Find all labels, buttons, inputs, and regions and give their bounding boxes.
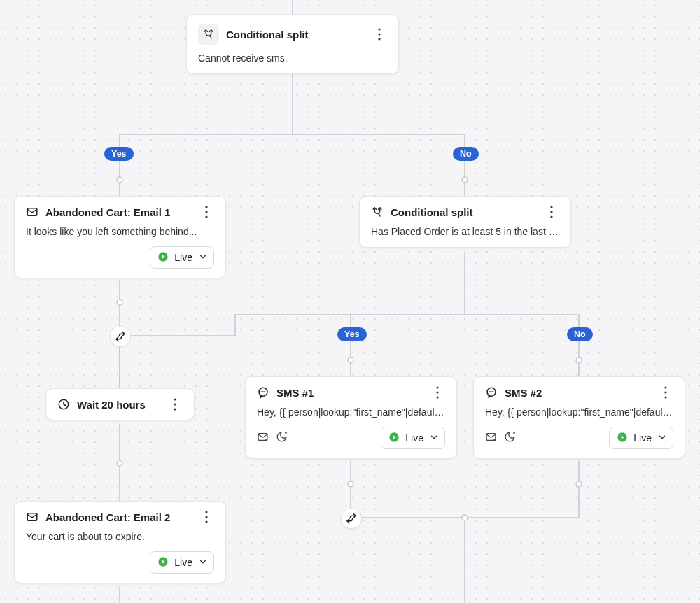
node-menu-button[interactable] <box>658 385 673 400</box>
sms-icon <box>485 386 498 399</box>
split-icon <box>198 24 219 45</box>
node-description: Your cart is about to expire. <box>26 530 214 543</box>
svg-point-38 <box>550 206 552 208</box>
status-label: Live <box>174 252 192 263</box>
svg-point-27 <box>348 481 354 487</box>
node-conditional-split-inner[interactable]: Conditional split Has Placed Order is at… <box>359 196 571 248</box>
node-title: SMS #2 <box>505 387 542 399</box>
svg-point-29 <box>378 28 380 30</box>
smart-send-icon <box>485 431 497 446</box>
svg-point-40 <box>550 215 552 218</box>
node-email-1[interactable]: Abandoned Cart: Email 1 It looks like yo… <box>14 196 226 278</box>
svg-point-58 <box>664 396 666 398</box>
split-icon <box>371 206 384 218</box>
shuffle-icon <box>114 330 127 343</box>
svg-point-47 <box>436 386 438 388</box>
node-title: Abandoned Cart: Email 2 <box>46 511 170 523</box>
branch-label: No <box>574 330 586 339</box>
sms-icon <box>257 386 270 399</box>
quiet-hours-icon <box>504 431 516 446</box>
chevron-down-icon <box>429 432 439 444</box>
merge-node[interactable] <box>110 326 131 347</box>
status-select[interactable]: Live <box>150 551 214 574</box>
play-icon <box>388 432 400 445</box>
smart-send-icon <box>257 431 269 446</box>
mail-icon <box>26 511 38 523</box>
svg-point-39 <box>550 211 552 213</box>
status-select[interactable]: Live <box>381 427 445 449</box>
svg-point-65 <box>205 516 207 518</box>
svg-point-22 <box>117 299 122 305</box>
svg-point-48 <box>436 391 438 393</box>
node-email-2[interactable]: Abandoned Cart: Email 2 Your cart is abo… <box>14 501 226 583</box>
svg-point-44 <box>174 408 176 410</box>
node-description: Has Placed Order is at least 5 in the la… <box>371 225 559 238</box>
node-menu-button[interactable] <box>199 509 214 525</box>
svg-point-28 <box>576 481 582 487</box>
node-menu-button[interactable] <box>372 27 387 42</box>
chevron-down-icon <box>657 432 667 444</box>
branch-pill-yes: Yes <box>104 147 134 161</box>
chevron-down-icon <box>198 557 208 569</box>
svg-point-42 <box>174 398 176 400</box>
svg-point-20 <box>117 177 122 183</box>
mail-icon <box>26 206 38 218</box>
status-label: Live <box>405 432 424 444</box>
play-icon <box>617 432 628 445</box>
svg-point-56 <box>664 386 666 388</box>
node-menu-button[interactable] <box>544 204 559 220</box>
node-wait[interactable]: Wait 20 hours <box>46 388 195 420</box>
node-sms-2[interactable]: SMS #2 Hey, {{ person|lookup:"first_name… <box>473 376 685 459</box>
play-icon <box>158 251 169 264</box>
svg-point-57 <box>664 391 666 393</box>
node-conditional-split-root[interactable]: Conditional split Cannot receive sms. <box>186 14 399 74</box>
svg-point-26 <box>462 515 468 520</box>
status-select[interactable]: Live <box>150 246 214 269</box>
svg-point-35 <box>205 215 207 218</box>
branch-pill-no: No <box>453 147 479 161</box>
node-description: Hey, {{ person|lookup:"first_name"|defau… <box>257 406 445 418</box>
svg-point-31 <box>378 38 380 40</box>
node-title: SMS #1 <box>276 387 314 399</box>
svg-point-25 <box>117 460 122 466</box>
branch-pill-yes: Yes <box>337 327 367 341</box>
branch-label: Yes <box>344 330 360 339</box>
node-description: It looks like you left something behind.… <box>26 225 214 238</box>
status-label: Live <box>634 432 652 444</box>
node-title: Abandoned Cart: Email 1 <box>46 206 170 218</box>
svg-point-30 <box>378 33 380 35</box>
quiet-hours-icon <box>276 431 288 446</box>
svg-point-34 <box>205 211 207 213</box>
chevron-down-icon <box>198 252 208 264</box>
svg-point-43 <box>174 403 176 405</box>
node-title: Conditional split <box>226 29 309 41</box>
node-title: Wait 20 hours <box>77 399 146 411</box>
node-title: Conditional split <box>391 206 473 218</box>
status-label: Live <box>174 557 192 568</box>
shuffle-icon <box>345 512 358 525</box>
merge-node[interactable] <box>341 508 362 529</box>
node-menu-button[interactable] <box>167 397 183 412</box>
branch-label: Yes <box>111 150 127 159</box>
svg-point-23 <box>348 357 354 363</box>
svg-point-21 <box>462 177 468 183</box>
node-sms-1[interactable]: SMS #1 Hey, {{ person|lookup:"first_name… <box>245 376 457 459</box>
branch-label: No <box>460 150 472 159</box>
svg-point-49 <box>436 396 438 398</box>
svg-point-64 <box>205 511 207 513</box>
branch-pill-no: No <box>567 327 593 341</box>
play-icon <box>158 556 169 569</box>
svg-point-66 <box>205 520 207 523</box>
node-description: Cannot receive sms. <box>198 52 387 64</box>
clock-icon <box>57 398 70 411</box>
svg-point-33 <box>205 206 207 208</box>
node-description: Hey, {{ person|lookup:"first_name"|defau… <box>485 406 673 418</box>
status-select[interactable]: Live <box>609 427 673 449</box>
node-menu-button[interactable] <box>199 204 214 220</box>
svg-point-24 <box>576 357 582 363</box>
node-menu-button[interactable] <box>430 385 445 400</box>
